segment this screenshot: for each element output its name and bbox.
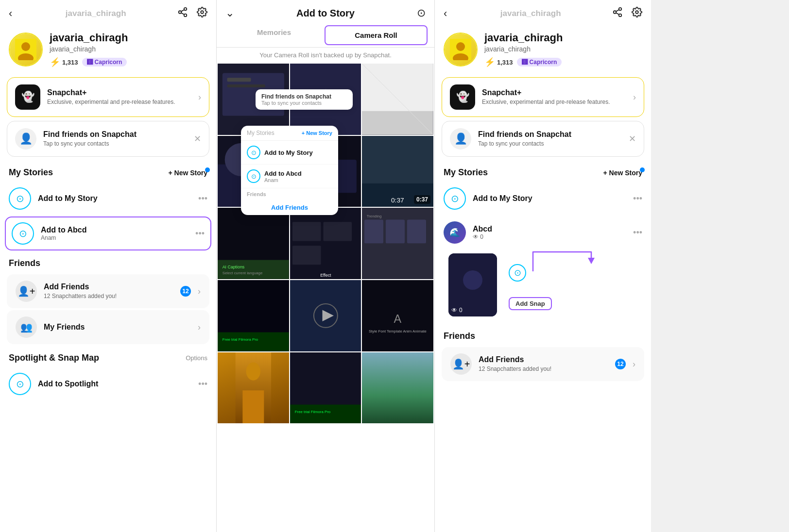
right-story-options-icon[interactable]: ••• (633, 194, 642, 204)
snapchat-plus-info: Snapchat+ Exclusive, experimental and pr… (47, 88, 191, 106)
right-my-stories-header: My Stories + New Story (435, 161, 651, 182)
right-avatar (444, 33, 478, 66)
svg-point-5 (201, 11, 204, 14)
svg-text:Trending: Trending (367, 214, 382, 218)
right-find-friends-card[interactable]: 👤 Find friends on Snapchat Tap to sync y… (442, 121, 644, 157)
right-snapchat-plus-card[interactable]: 👻 Snapchat+ Exclusive, experimental and … (442, 77, 644, 117)
svg-point-70 (463, 270, 482, 290)
my-friends-item[interactable]: 👥 My Friends › (7, 310, 209, 344)
right-add-friends-item[interactable]: 👤+ Add Friends 12 Snapchatters added you… (442, 347, 644, 381)
abcd-story-sub: Anam (41, 234, 189, 241)
right-snapchat-plus-subtitle: Exclusive, experimental and pre-release … (482, 98, 626, 106)
svg-rect-59 (362, 352, 433, 424)
svg-rect-37 (292, 246, 321, 265)
right-snapplus-icon-box: 👻 (450, 84, 475, 110)
snapchat-plus-card[interactable]: 👻 Snapchat+ Exclusive, experimental and … (7, 77, 209, 117)
story-thumbnail[interactable]: 👁 0 (448, 253, 497, 316)
svg-text:Effect: Effect (320, 273, 331, 278)
snapplus-icon: 👻 (21, 91, 34, 103)
share-icon[interactable] (177, 7, 188, 20)
grid-item[interactable] (290, 280, 361, 351)
memories-tab[interactable]: Memories (223, 23, 325, 47)
right-profile-info: javaria_chiragh javaria_chiragh ⚡ 1,313 … (484, 32, 642, 67)
story-popup: My Stories + New Story ⊙ Add to My Story… (241, 126, 338, 215)
svg-text:AI Captions: AI Captions (223, 265, 245, 269)
left-header: ‹ javaria_chiragh (0, 0, 216, 27)
popup-add-my-story[interactable]: ⊙ Add to My Story (241, 141, 338, 165)
snapchat-plus-subtitle: Exclusive, experimental and pre-release … (47, 98, 191, 106)
back-button[interactable]: ‹ (9, 7, 12, 20)
svg-text:0:37: 0:37 (391, 197, 404, 204)
grid-item[interactable]: A Style Font Template Anim Animate (362, 280, 433, 351)
mid-camera-icon[interactable]: ⊙ (417, 7, 426, 19)
add-friends-item[interactable]: 👤+ Add Friends 12 Snapchatters added you… (7, 274, 209, 308)
right-new-story-button[interactable]: + New Story (603, 169, 642, 177)
svg-point-54 (246, 362, 260, 380)
svg-rect-11 (227, 78, 251, 82)
add-friends-icon: 👤+ (16, 281, 37, 302)
new-story-button[interactable]: + New Story (168, 169, 207, 177)
right-abcd-options-icon[interactable]: ••• (633, 228, 642, 238)
right-find-friends-info: Find friends on Snapchat Tap to sync you… (478, 130, 622, 148)
right-settings-icon[interactable] (632, 7, 642, 20)
right-score-badge: ⚡ 1,313 (484, 57, 513, 67)
find-friends-card[interactable]: 👤 Find friends on Snapchat Tap to sync y… (7, 121, 209, 157)
mid-title: Add to Story (234, 8, 417, 19)
svg-point-67 (456, 42, 465, 51)
add-abcd-item[interactable]: ⊙ Add to Abcd Anam ••• (5, 216, 211, 250)
camera-roll-tab[interactable]: Camera Roll (325, 25, 428, 45)
avatar (9, 33, 43, 66)
right-profile-badges: ⚡ 1,313 🅱 Capricorn (484, 57, 642, 67)
grid-item[interactable] (362, 352, 433, 424)
popup-new-story-button[interactable]: + New Story (302, 130, 332, 136)
right-add-friends-title: Add Friends (479, 355, 608, 364)
svg-rect-36 (323, 222, 352, 241)
header-icons (177, 7, 207, 20)
right-find-friends-title: Find friends on Snapchat (478, 130, 622, 139)
svg-point-7 (21, 42, 30, 51)
my-friends-title: My Friends (44, 323, 191, 332)
grid-item[interactable] (362, 64, 433, 135)
options-button[interactable]: Options (186, 354, 207, 362)
grid-item[interactable]: AI Captions Select current language (218, 208, 289, 279)
right-friends-header: Friends (435, 324, 651, 345)
grid-item[interactable]: Trending (362, 208, 433, 279)
right-back-button[interactable]: ‹ (444, 7, 447, 20)
grid-item[interactable]: 0:37 0:37 (362, 136, 433, 207)
left-panel: ‹ javaria_chiragh (0, 0, 216, 532)
right-share-icon[interactable] (612, 7, 623, 20)
mid-chevron-icon[interactable]: ⌄ (225, 7, 234, 19)
popup-add-friends-button[interactable]: Add Friends (241, 200, 338, 215)
add-my-story-item[interactable]: ⊙ Add to My Story ••• (0, 182, 216, 216)
right-snapchat-plus-info: Snapchat+ Exclusive, experimental and pr… (482, 88, 626, 106)
right-abcd-item[interactable]: 🌊 Abcd 👁 0 ••• (435, 216, 651, 249)
grid-item[interactable]: Effect (290, 208, 361, 279)
right-abcd-views: 👁 0 (473, 233, 626, 240)
right-header: ‹ javaria_chiragh (435, 0, 651, 27)
popup-add-abcd[interactable]: ⊙ Add to Abcd Anam (241, 165, 338, 188)
grid-item[interactable]: Free trial Filmora Pro (218, 280, 289, 351)
svg-marker-71 (588, 258, 595, 264)
abcd-story-info: Add to Abcd Anam (41, 226, 189, 241)
right-find-friends-close-icon[interactable]: ✕ (629, 133, 636, 144)
mid-warning: Your Camera Roll isn't backed up by Snap… (217, 48, 434, 63)
settings-icon[interactable] (197, 7, 207, 20)
abcd-options-icon[interactable]: ••• (195, 229, 205, 239)
spotlight-options-icon[interactable]: ••• (198, 379, 207, 389)
story-options-icon[interactable]: ••• (198, 194, 207, 204)
right-story-info: Add to My Story (473, 194, 626, 203)
add-spotlight-item[interactable]: ⊙ Add to Spotlight ••• (0, 367, 216, 401)
right-abcd-name: Abcd (473, 225, 626, 233)
svg-rect-18 (362, 64, 433, 111)
profile-name: javaria_chiragh (50, 32, 207, 44)
find-friends-popup: Find friends on Snapchat Tap to sync you… (256, 89, 353, 110)
right-profile-name: javaria_chiragh (484, 32, 642, 44)
find-friends-close-icon[interactable]: ✕ (194, 133, 201, 144)
grid-item[interactable]: Free trial Filmora Pro (290, 352, 361, 424)
right-my-stories-label: My Stories (444, 167, 488, 178)
add-snap-with-arrow: ⊙ (509, 264, 526, 282)
right-snapchat-plus-chevron-icon: › (633, 92, 636, 102)
grid-item-tall[interactable] (218, 352, 289, 424)
right-add-my-story-item[interactable]: ⊙ Add to My Story ••• (435, 182, 651, 216)
add-friends-info: Add Friends 12 Snapchatters added you! (44, 283, 173, 300)
